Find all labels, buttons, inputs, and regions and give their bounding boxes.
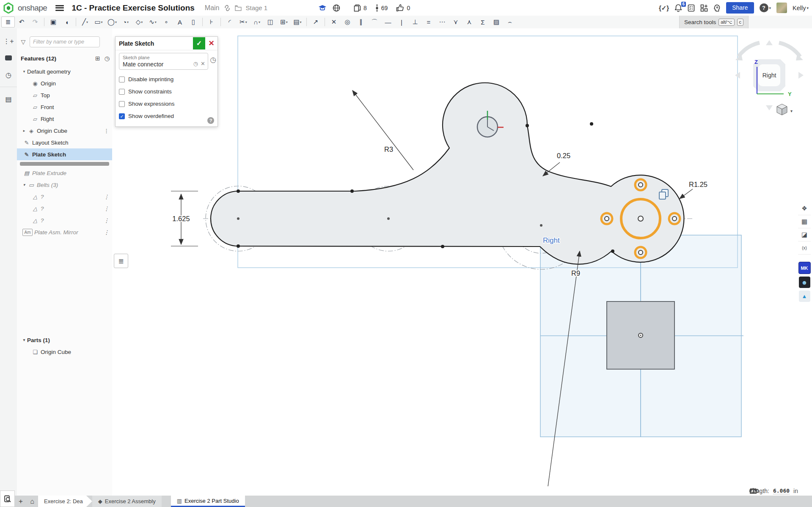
thumbs-up-icon[interactable] (396, 4, 404, 12)
option-show-overdefined[interactable]: ✓Show overdefined (119, 110, 214, 122)
copies-icon[interactable] (354, 4, 361, 12)
apps-grid-icon[interactable] (700, 4, 708, 12)
versions-icon[interactable] (375, 4, 379, 12)
display-states-icon[interactable]: ▦ (798, 215, 811, 228)
checkbox-show-overdefined[interactable]: ✓ (119, 113, 125, 119)
parallel-constraint[interactable]: ∥ (354, 16, 368, 27)
help-menu[interactable]: ? ▾ (760, 3, 771, 12)
plate-profile[interactable] (211, 83, 684, 264)
dim-r125[interactable]: R1.25 (689, 181, 707, 188)
main-menu-icon[interactable] (55, 5, 64, 11)
link-icon[interactable] (224, 5, 231, 11)
tasks-icon[interactable] (688, 4, 695, 12)
use-edge-button[interactable]: ◖ (60, 16, 74, 27)
appearance-icon[interactable]: ❖ (798, 202, 811, 215)
feature-plate-sketch[interactable]: ✎Plate Sketch (17, 148, 112, 160)
normal-constraint[interactable]: ⌢ (503, 16, 517, 27)
option-show-expressions[interactable]: Show expressions (119, 98, 214, 110)
option-show-constraints[interactable]: Show constraints (119, 85, 214, 98)
filter-input[interactable] (30, 36, 100, 47)
coincident-constraint[interactable]: ✕ (327, 16, 341, 27)
insert-feature-icon[interactable]: ⋮+ (3, 36, 14, 46)
symmetry-constraint[interactable]: ⋏ (462, 16, 476, 27)
comment-icon[interactable] (3, 53, 14, 63)
length-value[interactable]: 6.060 (773, 488, 790, 494)
part-origin-cube[interactable]: ❏Origin Cube (17, 346, 112, 358)
concentric-constraint[interactable]: ◎ (341, 16, 354, 27)
dimension-tool[interactable]: ⊦ (205, 16, 218, 27)
learning-center-icon[interactable] (318, 5, 327, 11)
dim-height[interactable]: 1.625 (172, 215, 190, 222)
dim-r9[interactable]: R9 (571, 269, 580, 277)
confirm-button[interactable]: ✓ (193, 37, 205, 49)
variables-icon[interactable]: (x) (798, 241, 811, 255)
ai-assistant-icon[interactable] (713, 4, 721, 12)
perpendicular-constraint[interactable]: ⊥ (408, 16, 422, 27)
feature-default-geometry[interactable]: ▾Default geometry (17, 66, 112, 77)
paste-sketch-button[interactable]: ▣ (47, 16, 60, 27)
kebab-menu-icon[interactable]: ⋮ (104, 229, 112, 236)
feature-plane-right[interactable]: ▱Right (17, 113, 112, 125)
view-rotate-right[interactable] (798, 72, 804, 79)
pierce-constraint[interactable]: ⋎ (449, 16, 462, 27)
kebab-menu-icon[interactable]: ⋮ (104, 217, 112, 224)
public-globe-icon[interactable] (333, 4, 340, 12)
feature-belt-unknown-2[interactable]: △?⋮ (17, 203, 112, 214)
spline-tool[interactable]: ∿▾ (146, 16, 160, 27)
tab-exercise-2-assembly[interactable]: ◆Exercise 2 Assembly (92, 496, 162, 507)
equal-constraint[interactable]: = (422, 16, 435, 27)
chevron-down-icon[interactable]: ▾ (21, 183, 27, 187)
linear-pattern-tool[interactable]: ⊞▾ (277, 16, 291, 27)
feature-plane-front[interactable]: ▱Front (17, 101, 112, 113)
mirror-tool[interactable]: ◫ (264, 16, 277, 27)
feature-plane-top[interactable]: ▱Top (17, 89, 112, 101)
feature-origin[interactable]: ◉Origin (17, 77, 112, 89)
sketch-list-button[interactable]: ≣ (1, 16, 15, 27)
feature-belt-unknown-1[interactable]: △?⋮ (17, 191, 112, 203)
rollback-history-icon[interactable]: ◷ (105, 55, 110, 62)
feature-plate-asm-mirror[interactable]: AmPlate Asm. Mirror⋮ (17, 226, 112, 238)
chevron-down-icon[interactable]: ▾ (101, 20, 103, 24)
kebab-menu-icon[interactable]: ⋮ (104, 194, 112, 200)
chevron-down-icon[interactable]: ▾ (21, 69, 27, 74)
help-icon[interactable]: ? (760, 3, 768, 12)
feature-layout-sketch[interactable]: ✎Layout Sketch (17, 137, 112, 148)
home-tab-button[interactable]: ⌂ (26, 496, 38, 507)
branch-name[interactable]: Main (205, 4, 220, 12)
dim-neck[interactable]: 0.25 (557, 152, 570, 159)
line-tool[interactable]: ╱▾ (78, 16, 92, 27)
workspace-name[interactable]: Stage 1 (246, 4, 268, 11)
fix-constraint[interactable]: ▨ (490, 16, 503, 27)
circle-tool[interactable]: ◯▾ (105, 16, 119, 27)
modeling-app-icon[interactable]: ▲ (799, 290, 810, 302)
polygon-tool[interactable]: ◇▾ (132, 16, 146, 27)
view-cube-menu[interactable]: ▾ (777, 104, 793, 115)
feature-origin-cube[interactable]: ▸◈Origin Cube⋮ (17, 125, 112, 137)
chevron-down-icon[interactable]: ▾ (127, 20, 129, 24)
chevron-right-icon[interactable]: ▸ (21, 129, 27, 133)
dialog-help-icon[interactable]: ? (207, 117, 214, 124)
text-tool[interactable]: A (173, 16, 187, 27)
right-plane-label[interactable]: Right (543, 236, 560, 244)
feature-plate-extrude[interactable]: ▤Plate Extrude (17, 167, 112, 179)
onshape-logo-icon[interactable] (3, 3, 14, 14)
mk-app-icon[interactable]: MK (798, 262, 811, 274)
mate-connector-toggle-icon[interactable]: ◷ (210, 55, 216, 64)
chevron-down-icon[interactable]: ▾ (86, 20, 88, 24)
graphics-canvas[interactable]: R3 0.25 R1.25 1.625 R9 Right Right (112, 28, 812, 496)
offset-tool[interactable]: ∩▾ (250, 16, 264, 27)
feature-belt-unknown-3[interactable]: △?⋮ (17, 214, 112, 226)
view-cube-face[interactable]: Right (762, 72, 776, 79)
add-folder-icon[interactable]: ⊞ (95, 55, 100, 62)
sketch-plane-field[interactable]: Sketch plane Mate connector ◷ ✕ (119, 53, 208, 70)
undo-button[interactable]: ↶ (15, 16, 28, 27)
view-rotate-down[interactable] (766, 105, 773, 110)
measure-tool[interactable]: ↗ (309, 16, 322, 27)
chevron-down-icon[interactable]: ▾ (286, 20, 288, 24)
midpoint-constraint[interactable]: ⋯ (435, 16, 449, 27)
section-view-icon[interactable]: ◪ (798, 228, 811, 241)
trim-tool[interactable]: ✂▾ (237, 16, 250, 27)
redo-button[interactable]: ↷ (28, 16, 42, 27)
checkbox-disable-imprinting[interactable] (119, 77, 125, 82)
notifications-bell-icon[interactable]: 6 (674, 4, 682, 12)
